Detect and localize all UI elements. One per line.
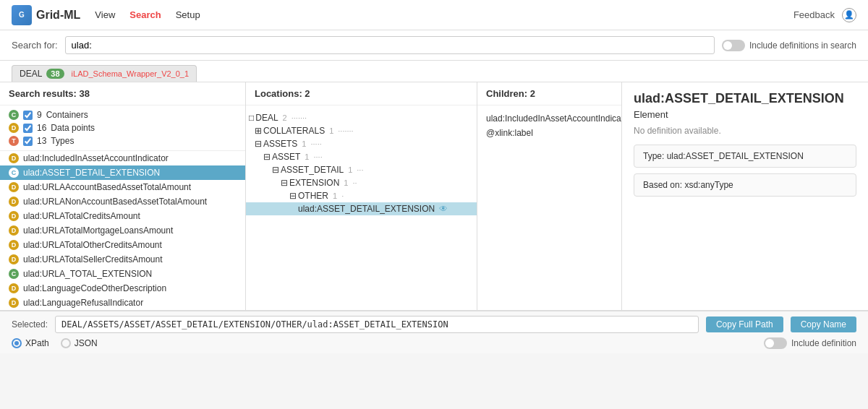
tree-count: 1 (333, 191, 337, 200)
tree-label: DEAL (255, 113, 278, 123)
tree-label: ulad:ASSET_DETAIL_EXTENSION (298, 204, 435, 214)
tree-toggle: ⊞ (255, 126, 262, 136)
result-item[interactable]: D ulad:LanguageRefusalIndicator (0, 296, 245, 310)
include-def-switch[interactable] (722, 40, 745, 51)
filter-containers: C 9 Containers (9, 110, 237, 120)
tree-toggle: ⊟ (281, 178, 288, 188)
filter-t-checkbox[interactable] (23, 137, 33, 146)
nav-view[interactable]: View (95, 7, 115, 23)
user-icon[interactable]: 👤 (842, 8, 856, 22)
include-def-bottom-switch[interactable] (764, 337, 787, 349)
result-badge: D (9, 254, 19, 264)
tree-toggle: □ (249, 113, 254, 123)
filter-c-count: 9 (37, 110, 42, 120)
result-badge: C (9, 168, 19, 178)
result-label: ulad:URLANonAccountBasedAssetTotalAmount (23, 197, 207, 207)
app-name: Grid-ML (36, 9, 80, 22)
detail-no-def: No definition available. (634, 126, 856, 136)
children-list: ulad:IncludedInAssetAccountIndicator @xl… (477, 106, 621, 310)
radio-json-dot (61, 338, 71, 348)
filter-d-checkbox[interactable] (23, 124, 33, 133)
filter-types: T 13 Types (9, 136, 237, 146)
tree-dots: ····· (310, 139, 321, 148)
feedback-link[interactable]: Feedback (793, 9, 835, 20)
toggle-knob-bottom (765, 339, 774, 348)
tree-count: 1 (348, 165, 352, 174)
child-item[interactable]: @xlink:label (477, 126, 621, 140)
filter-d-label: Data points (51, 123, 95, 133)
panels: Search results: 38 C 9 Containers D 16 D… (0, 82, 868, 310)
child-label: @xlink:label (486, 128, 533, 138)
result-item[interactable]: D ulad:URLANonAccountBasedAssetTotalAmou… (0, 194, 245, 209)
result-item[interactable]: D ulad:LanguageCodeOtherDescription (0, 281, 245, 296)
tree-toggle: ⊟ (255, 139, 262, 149)
result-label: ulad:LanguageCodeOtherDescription (23, 283, 166, 293)
selected-path[interactable] (55, 316, 699, 333)
tree-count: 1 (344, 178, 348, 187)
copy-full-path-button[interactable]: Copy Full Path (706, 317, 783, 332)
tree-label: COLLATERALS (263, 126, 325, 136)
panel-children: Children: 2 ulad:IncludedInAssetAccountI… (477, 82, 622, 310)
tree-label: ASSET_DETAIL (281, 165, 344, 175)
copy-name-button[interactable]: Copy Name (791, 317, 856, 332)
result-label: ulad:IncludedInAssetAccountIndicator (23, 153, 169, 163)
result-item[interactable]: D ulad:IncludedInAssetAccountIndicator (0, 151, 245, 165)
tree-count: 2 (283, 113, 287, 122)
bottom-bar: Selected: Copy Full Path Copy Name XPath… (0, 310, 868, 353)
result-item[interactable]: C ulad:ASSET_DETAIL_EXTENSION (0, 165, 245, 180)
result-badge: D (9, 153, 19, 163)
result-item[interactable]: C ulad:URLA_TOTAL_EXTENSION (0, 267, 245, 281)
result-item[interactable]: D ulad:URLATotalCreditsAmount (0, 209, 245, 223)
result-list: D ulad:IncludedInAssetAccountIndicator C… (0, 151, 245, 310)
nav-search[interactable]: Search (129, 7, 161, 23)
tree-area: □ DEAL 2 ······· ⊞ COLLATERALS 1 ·······… (246, 106, 477, 310)
result-label: ulad:URLATotalMortgageLoansAmount (23, 225, 173, 236)
tree-item[interactable]: ⊟ ASSET 1 ···· (246, 150, 477, 163)
radio-xpath[interactable]: XPath (12, 338, 49, 348)
badge-c: C (9, 110, 19, 120)
filter-c-checkbox[interactable] (23, 111, 33, 120)
filter-row: C 9 Containers D 16 Data points T 13 Typ… (0, 106, 245, 151)
results-header: Search results: 38 (0, 82, 245, 106)
tree-dots: ······· (292, 113, 307, 122)
result-badge: D (9, 211, 19, 221)
logo-icon: G (12, 5, 32, 25)
tree-count: 1 (302, 139, 306, 148)
tab-sub: iLAD_Schema_Wrapper_V2_0_1 (72, 69, 189, 78)
radio-json[interactable]: JSON (61, 338, 98, 348)
search-input[interactable] (65, 36, 715, 54)
filter-t-count: 13 (37, 136, 46, 146)
result-badge: D (9, 283, 19, 293)
result-item[interactable]: D ulad:URLAAccountBasedAssetTotalAmount (0, 180, 245, 194)
selected-label: Selected: (12, 319, 48, 330)
tree-item[interactable]: ⊟ EXTENSION 1 ·· (246, 176, 477, 189)
tree-item[interactable]: ⊟ ASSETS 1 ····· (246, 137, 477, 150)
result-label: ulad:URLATotalOtherCreditsAmount (23, 240, 162, 250)
header-right: Feedback 👤 (793, 8, 856, 22)
nav-menu: View Search Setup (95, 7, 200, 23)
tree-dots: · (341, 191, 344, 200)
deal-tab[interactable]: DEAL 38 iLAD_Schema_Wrapper_V2_0_1 (12, 65, 197, 82)
tree-item-highlighted[interactable]: ulad:ASSET_DETAIL_EXTENSION 👁 (246, 202, 477, 215)
result-item[interactable]: D ulad:URLATotalSellerCreditsAmount (0, 252, 245, 267)
result-item[interactable]: D ulad:URLATotalOtherCreditsAmount (0, 238, 245, 252)
tree-item[interactable]: ⊟ OTHER 1 · (246, 189, 477, 202)
tree-item[interactable]: ⊟ ASSET_DETAIL 1 ··· (246, 163, 477, 176)
nav-setup[interactable]: Setup (176, 7, 200, 23)
detail-type-field: Type: ulad:ASSET_DETAIL_EXTENSION (634, 145, 856, 168)
filter-t-label: Types (51, 136, 74, 146)
radio-xpath-label: XPath (25, 338, 49, 348)
result-item[interactable]: D ulad:URLATotalMortgageLoansAmount (0, 223, 245, 238)
search-bar: Search for: Include definitions in searc… (0, 30, 868, 61)
result-label: ulad:URLATotalCreditsAmount (23, 211, 140, 221)
eye-icon[interactable]: 👁 (439, 204, 448, 214)
tree-toggle: ⊟ (272, 165, 279, 175)
filter-c-label: Containers (46, 110, 88, 120)
filter-d-count: 16 (37, 123, 46, 133)
child-item[interactable]: ulad:IncludedInAssetAccountIndicator (477, 111, 621, 126)
logo: G Grid-ML (12, 5, 80, 25)
search-label: Search for: (12, 40, 58, 51)
tree-item[interactable]: □ DEAL 2 ······· (246, 111, 477, 124)
tree-dots: ···· (313, 152, 322, 161)
tree-item[interactable]: ⊞ COLLATERALS 1 ······· (246, 124, 477, 137)
